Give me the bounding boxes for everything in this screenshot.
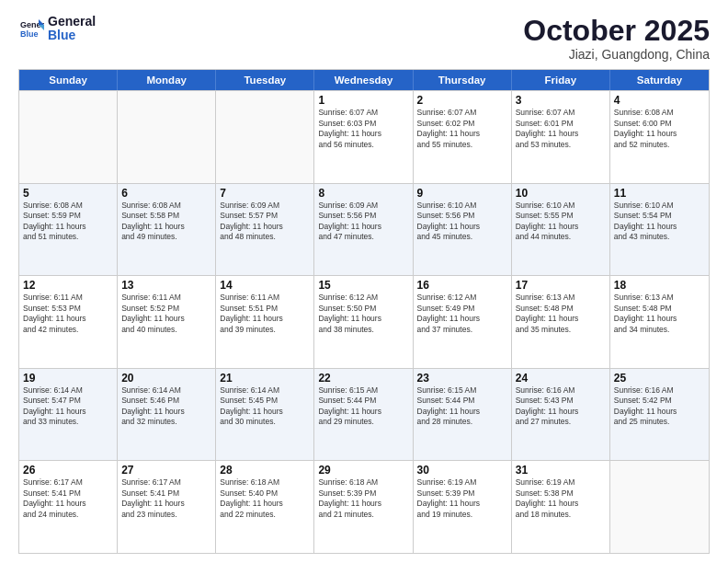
day-info: Sunrise: 6:08 AM Sunset: 5:58 PM Dayligh… (121, 201, 211, 243)
calendar-row-2: 12Sunrise: 6:11 AM Sunset: 5:53 PM Dayli… (19, 275, 709, 368)
day-number: 12 (23, 279, 113, 292)
day-number: 22 (318, 372, 408, 385)
day-cell-16: 16Sunrise: 6:12 AM Sunset: 5:49 PM Dayli… (414, 276, 512, 368)
calendar-header: Sunday Monday Tuesday Wednesday Thursday… (19, 70, 709, 90)
day-info: Sunrise: 6:16 AM Sunset: 5:43 PM Dayligh… (516, 385, 606, 428)
day-cell-4: 4Sunrise: 6:08 AM Sunset: 6:00 PM Daylig… (610, 91, 709, 183)
day-number: 20 (121, 372, 211, 385)
day-number: 19 (23, 372, 113, 385)
day-cell-8: 8Sunrise: 6:09 AM Sunset: 5:56 PM Daylig… (314, 184, 413, 276)
day-cell-18: 18Sunrise: 6:13 AM Sunset: 5:48 PM Dayli… (610, 276, 709, 368)
day-cell-19: 19Sunrise: 6:14 AM Sunset: 5:47 PM Dayli… (19, 369, 118, 461)
day-cell-10: 10Sunrise: 6:10 AM Sunset: 5:55 PM Dayli… (512, 184, 610, 276)
day-info: Sunrise: 6:07 AM Sunset: 6:01 PM Dayligh… (516, 108, 606, 150)
day-info: Sunrise: 6:18 AM Sunset: 5:40 PM Dayligh… (220, 477, 310, 520)
header: General Blue General Blue October 2025 J… (18, 15, 710, 62)
day-info: Sunrise: 6:11 AM Sunset: 5:52 PM Dayligh… (121, 293, 211, 335)
header-wednesday: Wednesday (314, 70, 413, 90)
day-info: Sunrise: 6:17 AM Sunset: 5:41 PM Dayligh… (23, 477, 113, 520)
day-number: 28 (220, 464, 310, 477)
day-number: 10 (516, 187, 606, 200)
title-block: October 2025 Jiazi, Guangdong, China (523, 15, 710, 62)
day-number: 6 (121, 187, 211, 200)
day-info: Sunrise: 6:13 AM Sunset: 5:48 PM Dayligh… (516, 293, 606, 335)
header-tuesday: Tuesday (216, 70, 314, 90)
day-info: Sunrise: 6:15 AM Sunset: 5:44 PM Dayligh… (318, 385, 408, 428)
day-number: 30 (417, 464, 507, 477)
day-info: Sunrise: 6:11 AM Sunset: 5:53 PM Dayligh… (23, 293, 113, 335)
day-number: 1 (318, 94, 408, 107)
empty-cell (610, 461, 709, 553)
day-info: Sunrise: 6:08 AM Sunset: 6:00 PM Dayligh… (614, 108, 705, 150)
calendar-body: 1Sunrise: 6:07 AM Sunset: 6:03 PM Daylig… (19, 90, 709, 553)
day-info: Sunrise: 6:10 AM Sunset: 5:56 PM Dayligh… (417, 201, 507, 243)
day-info: Sunrise: 6:07 AM Sunset: 6:03 PM Dayligh… (318, 108, 408, 150)
location-subtitle: Jiazi, Guangdong, China (523, 47, 710, 62)
logo-text: General Blue (48, 15, 96, 43)
day-cell-7: 7Sunrise: 6:09 AM Sunset: 5:57 PM Daylig… (216, 184, 314, 276)
day-cell-5: 5Sunrise: 6:08 AM Sunset: 5:59 PM Daylig… (19, 184, 118, 276)
svg-text:Blue: Blue (20, 29, 39, 39)
empty-cell (118, 91, 216, 183)
header-sunday: Sunday (19, 70, 118, 90)
day-info: Sunrise: 6:17 AM Sunset: 5:41 PM Dayligh… (121, 477, 211, 520)
day-cell-20: 20Sunrise: 6:14 AM Sunset: 5:46 PM Dayli… (118, 369, 216, 461)
logo-icon: General Blue (18, 16, 44, 41)
day-info: Sunrise: 6:10 AM Sunset: 5:55 PM Dayligh… (516, 201, 606, 243)
day-number: 2 (417, 94, 507, 107)
day-info: Sunrise: 6:12 AM Sunset: 5:50 PM Dayligh… (318, 293, 408, 335)
day-number: 9 (417, 187, 507, 200)
day-number: 11 (614, 187, 705, 200)
day-info: Sunrise: 6:09 AM Sunset: 5:56 PM Dayligh… (318, 201, 408, 243)
day-cell-17: 17Sunrise: 6:13 AM Sunset: 5:48 PM Dayli… (512, 276, 610, 368)
day-cell-3: 3Sunrise: 6:07 AM Sunset: 6:01 PM Daylig… (512, 91, 610, 183)
day-cell-23: 23Sunrise: 6:15 AM Sunset: 5:44 PM Dayli… (414, 369, 512, 461)
day-info: Sunrise: 6:11 AM Sunset: 5:51 PM Dayligh… (220, 293, 310, 335)
month-title: October 2025 (523, 15, 710, 47)
day-info: Sunrise: 6:10 AM Sunset: 5:54 PM Dayligh… (614, 201, 705, 243)
day-number: 21 (220, 372, 310, 385)
empty-cell (216, 91, 314, 183)
day-cell-14: 14Sunrise: 6:11 AM Sunset: 5:51 PM Dayli… (216, 276, 314, 368)
day-number: 3 (516, 94, 606, 107)
calendar-row-1: 5Sunrise: 6:08 AM Sunset: 5:59 PM Daylig… (19, 183, 709, 276)
day-number: 7 (220, 187, 310, 200)
day-number: 18 (614, 279, 705, 292)
day-cell-29: 29Sunrise: 6:18 AM Sunset: 5:39 PM Dayli… (314, 461, 413, 553)
day-number: 5 (23, 187, 113, 200)
calendar: Sunday Monday Tuesday Wednesday Thursday… (18, 69, 710, 554)
day-number: 29 (318, 464, 408, 477)
day-info: Sunrise: 6:14 AM Sunset: 5:46 PM Dayligh… (121, 385, 211, 428)
day-cell-31: 31Sunrise: 6:19 AM Sunset: 5:38 PM Dayli… (512, 461, 610, 553)
day-cell-24: 24Sunrise: 6:16 AM Sunset: 5:43 PM Dayli… (512, 369, 610, 461)
day-info: Sunrise: 6:14 AM Sunset: 5:45 PM Dayligh… (220, 385, 310, 428)
day-cell-1: 1Sunrise: 6:07 AM Sunset: 6:03 PM Daylig… (314, 91, 413, 183)
header-monday: Monday (118, 70, 216, 90)
day-cell-12: 12Sunrise: 6:11 AM Sunset: 5:53 PM Dayli… (19, 276, 118, 368)
day-cell-30: 30Sunrise: 6:19 AM Sunset: 5:39 PM Dayli… (414, 461, 512, 553)
page: General Blue General Blue October 2025 J… (0, 0, 728, 563)
day-info: Sunrise: 6:19 AM Sunset: 5:38 PM Dayligh… (516, 477, 606, 520)
header-saturday: Saturday (610, 70, 709, 90)
day-cell-26: 26Sunrise: 6:17 AM Sunset: 5:41 PM Dayli… (19, 461, 118, 553)
day-number: 25 (614, 372, 705, 385)
calendar-row-4: 26Sunrise: 6:17 AM Sunset: 5:41 PM Dayli… (19, 460, 709, 553)
day-info: Sunrise: 6:19 AM Sunset: 5:39 PM Dayligh… (417, 477, 507, 520)
day-cell-22: 22Sunrise: 6:15 AM Sunset: 5:44 PM Dayli… (314, 369, 413, 461)
day-info: Sunrise: 6:12 AM Sunset: 5:49 PM Dayligh… (417, 293, 507, 335)
day-cell-28: 28Sunrise: 6:18 AM Sunset: 5:40 PM Dayli… (216, 461, 314, 553)
empty-cell (19, 91, 118, 183)
header-friday: Friday (512, 70, 610, 90)
calendar-row-0: 1Sunrise: 6:07 AM Sunset: 6:03 PM Daylig… (19, 90, 709, 183)
day-cell-21: 21Sunrise: 6:14 AM Sunset: 5:45 PM Dayli… (216, 369, 314, 461)
day-number: 8 (318, 187, 408, 200)
day-info: Sunrise: 6:15 AM Sunset: 5:44 PM Dayligh… (417, 385, 507, 428)
day-cell-11: 11Sunrise: 6:10 AM Sunset: 5:54 PM Dayli… (610, 184, 709, 276)
day-number: 31 (516, 464, 606, 477)
day-number: 4 (614, 94, 705, 107)
day-info: Sunrise: 6:13 AM Sunset: 5:48 PM Dayligh… (614, 293, 705, 335)
day-number: 14 (220, 279, 310, 292)
day-info: Sunrise: 6:18 AM Sunset: 5:39 PM Dayligh… (318, 477, 408, 520)
day-number: 15 (318, 279, 408, 292)
day-number: 16 (417, 279, 507, 292)
